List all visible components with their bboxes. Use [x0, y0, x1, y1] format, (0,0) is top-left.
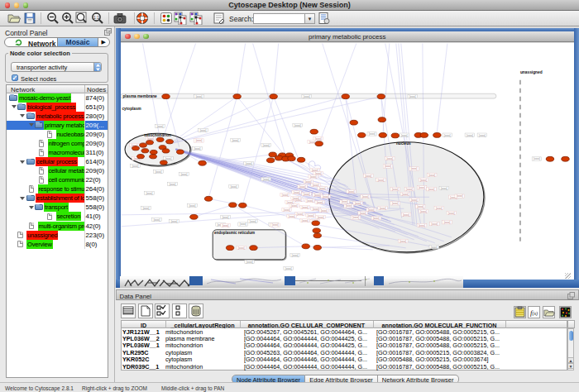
svg-text:[xxxx]: [xxxx]	[368, 132, 375, 136]
svg-text:[xxxx]: [xxxx]	[288, 214, 294, 218]
svg-text:[xxxx]: [xxxx]	[222, 223, 228, 227]
svg-text:[xxxx]: [xxxx]	[290, 203, 297, 207]
svg-text:[xxxx]: [xxxx]	[400, 239, 406, 242]
svg-text:[xxxx]: [xxxx]	[271, 223, 278, 227]
svg-text:[xxxx]: [xxxx]	[309, 140, 315, 143]
svg-text:[xxxx]: [xxxx]	[385, 165, 391, 168]
svg-text:[xxxx]: [xxxx]	[232, 138, 238, 141]
svg-text:1:1: 1:1	[93, 15, 99, 20]
svg-text:[xxxx]: [xxxx]	[428, 173, 435, 176]
svg-text:[xxxx]: [xxxx]	[237, 246, 244, 249]
svg-text:[xxxx]: [xxxx]	[249, 219, 256, 222]
svg-text:[xxxx]: [xxxx]	[347, 189, 354, 193]
svg-text:[xxxx]: [xxxx]	[443, 221, 450, 224]
svg-text:[xxxx]: [xxxx]	[403, 213, 409, 216]
svg-text:[xxxx]: [xxxx]	[245, 161, 251, 165]
svg-text:[xxxx]: [xxxx]	[391, 202, 398, 205]
svg-text:[xxxx]: [xxxx]	[165, 156, 171, 160]
svg-text:[xxxx]: [xxxx]	[170, 219, 177, 222]
svg-text:[xxxx]: [xxxx]	[153, 218, 160, 221]
svg-text:[xxxx]: [xxxx]	[294, 123, 300, 127]
svg-text:[xxxx]: [xxxx]	[436, 206, 443, 209]
svg-text:[xxxx]: [xxxx]	[448, 211, 455, 214]
svg-text:[xxxx]: [xxxx]	[309, 174, 316, 178]
svg-text:[xxxx]: [xxxx]	[354, 201, 361, 204]
svg-text:[xxxx]: [xxxx]	[419, 186, 425, 189]
svg-text:[xxxx]: [xxxx]	[307, 213, 313, 217]
svg-text:[xxxx]: [xxxx]	[400, 133, 407, 136]
svg-text:nucleus: nucleus	[395, 141, 410, 145]
svg-text:[xxxx]: [xxxx]	[132, 164, 138, 167]
svg-text:[xxxx]: [xxxx]	[230, 184, 237, 188]
svg-text:[xxxx]: [xxxx]	[156, 124, 163, 127]
svg-text:[xxxx]: [xxxx]	[199, 128, 206, 131]
svg-text:[xxxx]: [xxxx]	[303, 192, 309, 195]
svg-text:[xxxx]: [xxxx]	[316, 200, 323, 203]
svg-text:[xxxx]: [xxxx]	[286, 200, 293, 203]
svg-text:mitochondrion: mitochondrion	[144, 133, 171, 137]
svg-text:[xxxx]: [xxxx]	[420, 178, 427, 181]
svg-text:[xxxx]: [xxxx]	[431, 222, 438, 226]
svg-text:[xxxx]: [xxxx]	[441, 186, 447, 189]
svg-text:[xxxx]: [xxxx]	[419, 223, 425, 227]
svg-text:[xxxx]: [xxxx]	[317, 215, 323, 218]
svg-text:[xxxx]: [xxxx]	[195, 139, 202, 142]
svg-text:[xxxx]: [xxxx]	[262, 143, 269, 146]
svg-text:[xxxx]: [xxxx]	[377, 178, 384, 181]
svg-text:[xxxx]: [xxxx]	[320, 208, 327, 212]
svg-text:[xxxx]: [xxxx]	[291, 253, 298, 256]
svg-text:[xxxx]: [xxxx]	[402, 192, 409, 195]
svg-text:[xxxx]: [xxxx]	[312, 207, 318, 210]
svg-text:[xxxx]: [xxxx]	[391, 188, 398, 191]
svg-text:[xxxx]: [xxxx]	[444, 133, 451, 136]
svg-text:[xxxx]: [xxxx]	[352, 216, 359, 219]
svg-text:[xxxx]: [xxxx]	[534, 157, 540, 160]
svg-text:[xxxx]: [xxxx]	[313, 193, 320, 196]
svg-text:[xxxx]: [xxxx]	[322, 194, 328, 198]
svg-text:[xxxx]: [xxxx]	[155, 170, 161, 173]
svg-text:[xxxx]: [xxxx]	[410, 198, 417, 201]
svg-text:[xxxx]: [xxxx]	[367, 208, 374, 211]
svg-text:[xxxx]: [xxxx]	[406, 188, 413, 191]
svg-text:[xxxx]: [xxxx]	[318, 186, 325, 189]
svg-text:[xxxx]: [xxxx]	[194, 146, 200, 150]
svg-text:[xxxx]: [xxxx]	[456, 194, 462, 198]
svg-text:[xxxx]: [xxxx]	[303, 94, 309, 98]
svg-text:[xxxx]: [xxxx]	[142, 206, 149, 209]
svg-text:[xxxx]: [xxxx]	[373, 217, 380, 220]
svg-text:[xxxx]: [xxxx]	[147, 136, 154, 140]
svg-text:cytoplasm: cytoplasm	[122, 107, 141, 111]
svg-text:[xxxx]: [xxxx]	[246, 260, 252, 263]
svg-text:[xxxx]: [xxxx]	[341, 200, 347, 203]
svg-text:[xxxx]: [xxxx]	[365, 174, 371, 177]
svg-text:[xxxx]: [xxxx]	[146, 191, 152, 194]
svg-text:[xxxx]: [xxxx]	[428, 188, 434, 191]
svg-text:[xxxx]: [xxxx]	[431, 245, 438, 248]
svg-text:[xxxx]: [xxxx]	[345, 204, 352, 208]
svg-text:[xxxx]: [xxxx]	[262, 177, 269, 180]
svg-text:[xxxx]: [xxxx]	[306, 198, 313, 202]
svg-text:[xxxx]: [xxxx]	[222, 215, 228, 218]
svg-text:[xxxx]: [xxxx]	[359, 211, 366, 214]
svg-text:[xxxx]: [xxxx]	[409, 94, 415, 98]
svg-text:[xxxx]: [xxxx]	[285, 266, 291, 270]
svg-text:[xxxx]: [xxxx]	[180, 172, 187, 175]
svg-text:[xxxx]: [xxxx]	[301, 218, 308, 222]
svg-text:[xxxx]: [xxxx]	[417, 205, 423, 208]
svg-text:[xxxx]: [xxxx]	[299, 184, 305, 188]
svg-text:[xxxx]: [xxxx]	[420, 209, 427, 213]
svg-text:[xxxx]: [xxxx]	[301, 205, 308, 208]
svg-text:plasma membrane: plasma membrane	[122, 94, 157, 98]
svg-text:[xxxx]: [xxxx]	[283, 208, 290, 211]
svg-text:endoplasmic reticulum: endoplasmic reticulum	[214, 230, 255, 234]
svg-text:[xxxx]: [xxxx]	[281, 193, 288, 196]
svg-text:[xxxx]: [xxxx]	[386, 156, 393, 160]
svg-text:[xxxx]: [xxxx]	[479, 133, 486, 136]
svg-text:[xxxx]: [xxxx]	[379, 206, 385, 209]
svg-text:[xxxx]: [xxxx]	[195, 94, 202, 98]
svg-text:[xxxx]: [xxxx]	[361, 194, 368, 198]
svg-text:[xxxx]: [xxxx]	[293, 190, 299, 194]
svg-text:[xxxx]: [xxxx]	[292, 196, 299, 199]
svg-text:[xxxx]: [xxxx]	[189, 203, 195, 207]
svg-text:[xxxx]: [xxxx]	[467, 133, 473, 136]
